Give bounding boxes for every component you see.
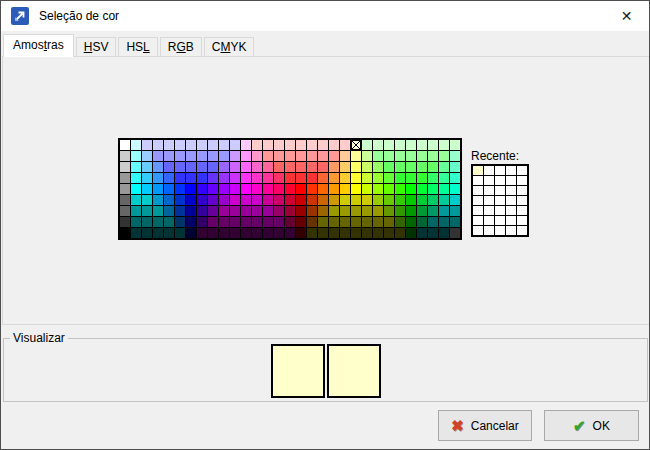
recent-swatch-cell[interactable]	[484, 206, 494, 215]
swatch-cell[interactable]	[219, 228, 229, 238]
swatch-cell[interactable]	[142, 173, 152, 183]
swatch-cell[interactable]	[384, 195, 394, 205]
swatch-cell[interactable]	[219, 162, 229, 172]
swatch-cell[interactable]	[164, 151, 174, 161]
swatch-cell[interactable]	[428, 151, 438, 161]
swatch-cell[interactable]	[186, 206, 196, 216]
swatch-cell[interactable]	[373, 151, 383, 161]
swatch-cell[interactable]	[241, 195, 251, 205]
swatch-cell[interactable]	[417, 228, 427, 238]
swatch-cell[interactable]	[241, 173, 251, 183]
swatch-cell[interactable]	[373, 217, 383, 227]
tab-rgb[interactable]: RGB	[160, 37, 202, 57]
swatch-cell[interactable]	[131, 184, 141, 194]
swatch-cell[interactable]	[428, 228, 438, 238]
swatch-cell[interactable]	[274, 162, 284, 172]
recent-swatch-cell[interactable]	[506, 226, 516, 235]
swatch-cell[interactable]	[329, 195, 339, 205]
swatch-cell[interactable]	[296, 217, 306, 227]
recent-swatch-cell[interactable]	[473, 176, 483, 185]
swatch-cell[interactable]	[307, 206, 317, 216]
swatch-cell[interactable]	[186, 195, 196, 205]
swatch-cell[interactable]	[296, 206, 306, 216]
swatch-cell[interactable]	[274, 195, 284, 205]
swatch-cell[interactable]	[120, 206, 130, 216]
swatch-cell[interactable]	[219, 140, 229, 150]
swatch-cell[interactable]	[307, 173, 317, 183]
swatch-cell[interactable]	[340, 151, 350, 161]
swatch-cell[interactable]	[450, 195, 460, 205]
recent-swatch-cell[interactable]	[517, 186, 527, 195]
swatch-cell[interactable]	[230, 217, 240, 227]
swatch-cell[interactable]	[153, 173, 163, 183]
swatch-cell[interactable]	[274, 151, 284, 161]
swatch-cell[interactable]	[329, 140, 339, 150]
swatch-cell[interactable]	[263, 217, 273, 227]
swatch-cell[interactable]	[296, 140, 306, 150]
swatch-cell[interactable]	[450, 173, 460, 183]
swatch-cell[interactable]	[340, 184, 350, 194]
swatch-cell[interactable]	[274, 228, 284, 238]
swatch-cell[interactable]	[428, 195, 438, 205]
swatch-cell[interactable]	[384, 184, 394, 194]
swatch-cell[interactable]	[120, 162, 130, 172]
recent-swatch-cell[interactable]	[484, 176, 494, 185]
swatch-cell[interactable]	[362, 195, 372, 205]
swatch-cell[interactable]	[208, 184, 218, 194]
swatch-cell[interactable]	[252, 173, 262, 183]
swatch-cell[interactable]	[417, 217, 427, 227]
swatch-cell[interactable]	[351, 162, 361, 172]
swatch-cell[interactable]	[285, 206, 295, 216]
swatch-cell[interactable]	[428, 173, 438, 183]
swatch-cell[interactable]	[274, 140, 284, 150]
swatch-cell[interactable]	[362, 173, 372, 183]
recent-swatch-cell[interactable]	[484, 186, 494, 195]
swatch-cell[interactable]	[219, 217, 229, 227]
swatch-cell[interactable]	[318, 184, 328, 194]
swatch-cell[interactable]	[406, 217, 416, 227]
swatch-cell[interactable]	[142, 162, 152, 172]
swatch-cell[interactable]	[406, 140, 416, 150]
swatch-cell[interactable]	[307, 184, 317, 194]
swatch-cell[interactable]	[197, 206, 207, 216]
swatch-cell[interactable]	[263, 151, 273, 161]
swatch-cell[interactable]	[450, 151, 460, 161]
swatch-cell[interactable]	[230, 195, 240, 205]
swatch-cell[interactable]	[329, 173, 339, 183]
swatch-cell[interactable]	[439, 162, 449, 172]
swatch-cell[interactable]	[131, 206, 141, 216]
swatch-cell[interactable]	[208, 173, 218, 183]
swatch-cell[interactable]	[252, 151, 262, 161]
swatch-cell[interactable]	[131, 162, 141, 172]
swatch-cell[interactable]	[175, 217, 185, 227]
swatch-cell[interactable]	[241, 140, 251, 150]
swatch-cell[interactable]	[450, 140, 460, 150]
swatch-cell[interactable]	[241, 184, 251, 194]
swatch-cell[interactable]	[230, 151, 240, 161]
swatch-cell[interactable]	[120, 195, 130, 205]
swatch-cell[interactable]	[351, 228, 361, 238]
recent-swatch-cell[interactable]	[517, 206, 527, 215]
swatch-cell[interactable]	[219, 151, 229, 161]
swatch-cell[interactable]	[186, 140, 196, 150]
swatch-cell[interactable]	[384, 228, 394, 238]
recent-swatch-cell[interactable]	[495, 186, 505, 195]
swatch-cell[interactable]	[428, 217, 438, 227]
swatch-cell[interactable]	[285, 162, 295, 172]
swatch-cell[interactable]	[340, 228, 350, 238]
swatch-cell[interactable]	[120, 228, 130, 238]
ok-button[interactable]: ✔ OK	[544, 410, 639, 441]
swatch-cell[interactable]	[252, 140, 262, 150]
swatch-cell[interactable]	[164, 228, 174, 238]
swatch-cell[interactable]	[296, 184, 306, 194]
swatch-cell[interactable]	[373, 206, 383, 216]
swatch-cell[interactable]	[417, 195, 427, 205]
tab-cmyk[interactable]: CMYK	[204, 37, 255, 57]
recent-swatch-cell[interactable]	[484, 196, 494, 205]
swatch-cell[interactable]	[241, 206, 251, 216]
swatch-cell[interactable]	[164, 206, 174, 216]
swatch-cell[interactable]	[197, 151, 207, 161]
swatch-cell[interactable]	[395, 195, 405, 205]
swatch-cell[interactable]	[241, 228, 251, 238]
swatch-cell[interactable]	[186, 184, 196, 194]
